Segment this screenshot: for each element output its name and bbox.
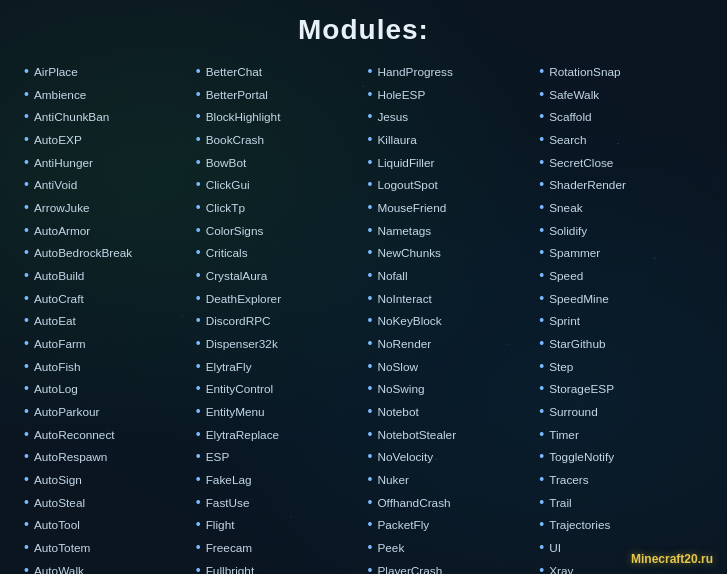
list-item: •Tracers <box>539 468 703 491</box>
bullet-icon: • <box>368 105 373 128</box>
bullet-icon: • <box>368 196 373 219</box>
module-name-label: Nuker <box>377 471 408 490</box>
bullet-icon: • <box>368 173 373 196</box>
module-name-label: PlayerCrash <box>377 562 442 574</box>
list-item: •AutoFish <box>24 355 188 378</box>
module-name-label: SpeedMine <box>549 290 609 309</box>
list-item: •RotationSnap <box>539 60 703 83</box>
bullet-icon: • <box>368 60 373 83</box>
list-item: •SafeWalk <box>539 83 703 106</box>
list-item: •ESP <box>196 445 360 468</box>
module-name-label: StarGithub <box>549 335 605 354</box>
bullet-icon: • <box>368 559 373 574</box>
bullet-icon: • <box>24 287 29 310</box>
bullet-icon: • <box>368 513 373 536</box>
bullet-icon: • <box>368 309 373 332</box>
module-name-label: NoVelocity <box>377 448 433 467</box>
bullet-icon: • <box>539 173 544 196</box>
bullet-icon: • <box>539 400 544 423</box>
bullet-icon: • <box>24 332 29 355</box>
bullet-icon: • <box>539 287 544 310</box>
list-item: •NewChunks <box>368 241 532 264</box>
bullet-icon: • <box>539 377 544 400</box>
list-item: •AutoSteal <box>24 491 188 514</box>
bullet-icon: • <box>368 400 373 423</box>
module-name-label: DiscordRPC <box>206 312 271 331</box>
list-item: •Fullbright <box>196 559 360 574</box>
list-item: •FastUse <box>196 491 360 514</box>
list-item: •Scaffold <box>539 105 703 128</box>
list-item: •AutoWalk <box>24 559 188 574</box>
module-name-label: OffhandCrash <box>377 494 450 513</box>
bullet-icon: • <box>539 513 544 536</box>
module-name-label: Nametags <box>377 222 431 241</box>
list-item: •Sneak <box>539 196 703 219</box>
list-item: •Trajectories <box>539 513 703 536</box>
list-item: •Freecam <box>196 536 360 559</box>
bullet-icon: • <box>196 377 201 400</box>
list-item: •SecretClose <box>539 151 703 174</box>
list-item: •NoVelocity <box>368 445 532 468</box>
bullet-icon: • <box>539 60 544 83</box>
list-item: •LogoutSpot <box>368 173 532 196</box>
bullet-icon: • <box>24 491 29 514</box>
module-name-label: SecretClose <box>549 154 613 173</box>
list-item: •Timer <box>539 423 703 446</box>
list-item: •SpeedMine <box>539 287 703 310</box>
module-name-label: AutoReconnect <box>34 426 115 445</box>
list-item: •AutoFarm <box>24 332 188 355</box>
module-name-label: ElytraFly <box>206 358 252 377</box>
module-name-label: ArrowJuke <box>34 199 90 218</box>
bullet-icon: • <box>539 196 544 219</box>
list-item: •BetterChat <box>196 60 360 83</box>
bullet-icon: • <box>24 196 29 219</box>
module-name-label: NoSwing <box>377 380 424 399</box>
bullet-icon: • <box>368 468 373 491</box>
module-name-label: AntiVoid <box>34 176 77 195</box>
bullet-icon: • <box>196 332 201 355</box>
module-name-label: ClickTp <box>206 199 245 218</box>
bullet-icon: • <box>196 60 201 83</box>
bullet-icon: • <box>368 377 373 400</box>
module-name-label: AutoBuild <box>34 267 85 286</box>
list-item: •NoSlow <box>368 355 532 378</box>
module-name-label: ShaderRender <box>549 176 626 195</box>
bullet-icon: • <box>539 241 544 264</box>
bullet-icon: • <box>539 559 544 574</box>
bullet-icon: • <box>539 468 544 491</box>
list-item: •Nametags <box>368 219 532 242</box>
list-item: •AutoReconnect <box>24 423 188 446</box>
list-item: •Flight <box>196 513 360 536</box>
module-name-label: ToggleNotify <box>549 448 614 467</box>
list-item: •Trail <box>539 491 703 514</box>
list-item: •Search <box>539 128 703 151</box>
module-name-label: Xray <box>549 562 573 574</box>
module-name-label: AutoTool <box>34 516 80 535</box>
module-name-label: Freecam <box>206 539 253 558</box>
bullet-icon: • <box>24 173 29 196</box>
module-name-label: HoleESP <box>377 86 425 105</box>
list-item: •PlayerCrash <box>368 559 532 574</box>
list-item: •StorageESP <box>539 377 703 400</box>
bullet-icon: • <box>368 491 373 514</box>
list-item: •EntityMenu <box>196 400 360 423</box>
bullet-icon: • <box>24 241 29 264</box>
list-item: •NotebotStealer <box>368 423 532 446</box>
list-item: •ShaderRender <box>539 173 703 196</box>
list-item: •NoSwing <box>368 377 532 400</box>
module-name-label: AutoLog <box>34 380 78 399</box>
bullet-icon: • <box>539 105 544 128</box>
list-item: •AutoTool <box>24 513 188 536</box>
list-item: •DiscordRPC <box>196 309 360 332</box>
bullet-icon: • <box>539 423 544 446</box>
main-container: Modules: •AirPlace•Ambience•AntiChunkBan… <box>0 0 727 574</box>
page-title: Modules: <box>20 14 707 46</box>
list-item: •ColorSigns <box>196 219 360 242</box>
bullet-icon: • <box>196 173 201 196</box>
list-item: •StarGithub <box>539 332 703 355</box>
list-item: •ToggleNotify <box>539 445 703 468</box>
module-name-label: ColorSigns <box>206 222 264 241</box>
module-name-label: AutoEXP <box>34 131 82 150</box>
column-3: •HandProgress•HoleESP•Jesus•Killaura•Liq… <box>364 60 536 574</box>
bullet-icon: • <box>196 491 201 514</box>
